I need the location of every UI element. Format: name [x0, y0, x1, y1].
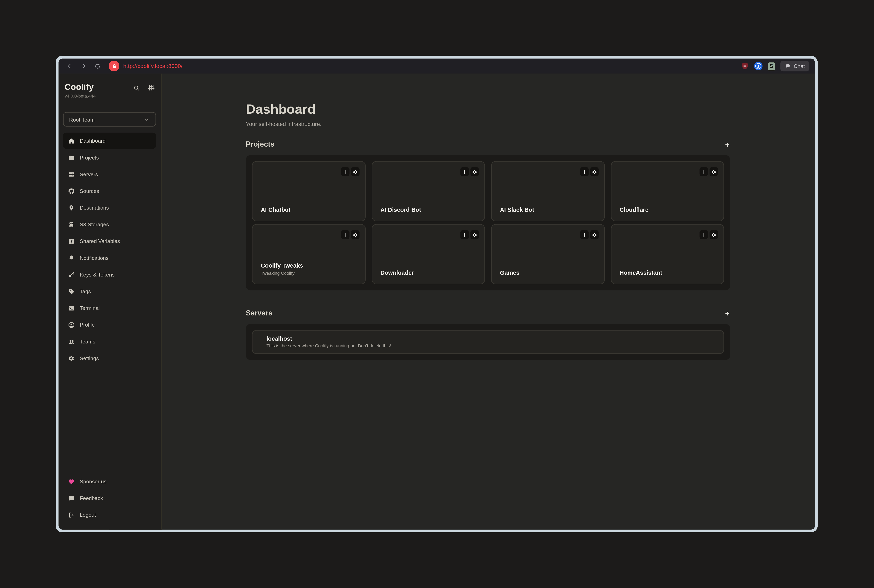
add-resource-button[interactable]: [700, 167, 708, 176]
sidebar-item-label: Sponsor us: [79, 478, 106, 484]
sidebar-item-label: Terminal: [79, 305, 100, 311]
project-card-ai-slack-bot[interactable]: AI Slack Bot: [491, 161, 604, 221]
browser-window: http://coolify.local:8000/ 1 S Chat: [56, 56, 818, 532]
project-settings-button[interactable]: [471, 230, 479, 239]
sidebar-footer: Sponsor us Feedback Logout: [63, 473, 156, 523]
add-resource-button[interactable]: [460, 167, 469, 176]
brand-block: Coolify v4.0.0-beta.444: [65, 82, 96, 99]
project-card-ai-discord-bot[interactable]: AI Discord Bot: [372, 161, 485, 221]
database-icon: [68, 221, 75, 228]
server-icon: [68, 171, 75, 178]
back-icon[interactable]: [64, 61, 74, 71]
sidebar-item-label: Dashboard: [79, 138, 105, 144]
sidebar-item-label: Keys & Tokens: [79, 272, 115, 278]
gear-icon: [352, 232, 358, 237]
sidebar-item-label: Tags: [79, 288, 91, 294]
lock-open-icon[interactable]: [109, 62, 119, 71]
add-resource-button[interactable]: [460, 230, 469, 239]
plus-icon: [342, 169, 348, 174]
gear-icon: [711, 169, 716, 174]
sidebar-item-keys-tokens[interactable]: Keys & Tokens: [63, 266, 156, 282]
server-name: localhost: [266, 335, 723, 342]
project-settings-button[interactable]: [590, 230, 598, 239]
tag-icon: [68, 288, 75, 295]
add-resource-button[interactable]: [341, 230, 349, 239]
folder-icon: [68, 154, 75, 161]
gear-icon: [472, 232, 477, 237]
sidebar-item-teams[interactable]: Teams: [63, 333, 156, 350]
gear-icon: [352, 169, 358, 174]
github-icon: [68, 188, 75, 194]
project-name: AI Discord Bot: [381, 206, 421, 213]
onepassword-extension-icon[interactable]: 1: [754, 62, 762, 70]
bell-icon: [68, 255, 75, 261]
profile-icon: [68, 321, 75, 328]
sliders-icon[interactable]: [148, 84, 155, 99]
address-bar-url[interactable]: http://coolify.local:8000/: [123, 63, 183, 69]
sidebar-item-shared-variables[interactable]: f Shared Variables: [63, 233, 156, 249]
plus-icon: [701, 169, 706, 174]
gear-icon: [472, 169, 477, 174]
add-resource-button[interactable]: [580, 230, 588, 239]
project-card-cloudflare[interactable]: Cloudflare: [611, 161, 724, 221]
plus-icon: [462, 169, 467, 174]
servers-heading: Servers: [246, 309, 272, 317]
team-selector[interactable]: Root Team: [63, 112, 156, 126]
project-settings-button[interactable]: [590, 167, 598, 176]
project-card-ai-chatbot[interactable]: AI Chatbot: [252, 161, 365, 221]
gear-icon: [592, 232, 597, 237]
shield-block-icon[interactable]: [741, 62, 749, 70]
chat-button[interactable]: Chat: [780, 61, 809, 71]
sidebar-item-sponsor-us[interactable]: Sponsor us: [63, 473, 156, 489]
sidebar-item-dashboard[interactable]: Dashboard: [63, 133, 156, 149]
server-card-localhost[interactable]: localhost This is the server where Cooli…: [252, 330, 724, 354]
sidebar-item-logout[interactable]: Logout: [63, 507, 156, 523]
project-settings-button[interactable]: [351, 167, 359, 176]
sidebar-item-destinations[interactable]: Destinations: [63, 200, 156, 216]
sidebar-item-feedback[interactable]: Feedback: [63, 490, 156, 506]
sidebar-item-servers[interactable]: Servers: [63, 166, 156, 182]
sidebar-item-tags[interactable]: Tags: [63, 283, 156, 299]
onepassword-digit: 1: [756, 64, 761, 69]
servers-section-header: Servers +: [246, 309, 730, 317]
desktop: http://coolify.local:8000/ 1 S Chat: [0, 0, 874, 588]
add-server-button[interactable]: +: [724, 309, 730, 317]
main-content: Dashboard Your self-hosted infrastructur…: [162, 74, 815, 530]
sidebar-item-s3-storages[interactable]: S3 Storages: [63, 216, 156, 232]
project-card-coolify-tweaks[interactable]: Coolify Tweaks Tweaking Coolify: [252, 224, 365, 284]
servers-panel: localhost This is the server where Cooli…: [246, 324, 730, 360]
add-project-button[interactable]: +: [724, 140, 730, 148]
project-settings-button[interactable]: [351, 230, 359, 239]
project-card-downloader[interactable]: Downloader: [372, 224, 485, 284]
project-name: AI Chatbot: [261, 206, 291, 213]
sidebar-item-label: Settings: [79, 355, 99, 361]
sidebar-item-projects[interactable]: Projects: [63, 149, 156, 165]
search-icon[interactable]: [133, 84, 140, 99]
project-settings-button[interactable]: [709, 167, 718, 176]
stylus-extension-icon[interactable]: S: [768, 62, 775, 70]
project-description: Tweaking Coolify: [261, 271, 295, 276]
add-resource-button[interactable]: [341, 167, 349, 176]
sidebar-item-notifications[interactable]: Notifications: [63, 250, 156, 266]
project-settings-button[interactable]: [471, 167, 479, 176]
projects-section-header: Projects +: [246, 140, 730, 148]
project-card-homeassistant[interactable]: HomeAssistant: [611, 224, 724, 284]
reload-icon[interactable]: [93, 61, 103, 71]
chat-bubble-icon: [785, 63, 791, 69]
gear-icon: [711, 232, 716, 237]
project-settings-button[interactable]: [709, 230, 718, 239]
sidebar-item-sources[interactable]: Sources: [63, 183, 156, 199]
sidebar-item-label: Profile: [79, 322, 95, 328]
terminal-icon: [68, 305, 75, 312]
project-name: Games: [500, 269, 519, 276]
sidebar-item-settings[interactable]: Settings: [63, 350, 156, 366]
chat-button-label: Chat: [794, 63, 805, 69]
sidebar-item-profile[interactable]: Profile: [63, 316, 156, 333]
project-name: Downloader: [381, 269, 414, 276]
forward-icon[interactable]: [79, 61, 89, 71]
add-resource-button[interactable]: [580, 167, 588, 176]
project-card-games[interactable]: Games: [491, 224, 604, 284]
sidebar-item-terminal[interactable]: Terminal: [63, 300, 156, 316]
server-description: This is the server where Coolify is runn…: [266, 344, 723, 348]
add-resource-button[interactable]: [700, 230, 708, 239]
